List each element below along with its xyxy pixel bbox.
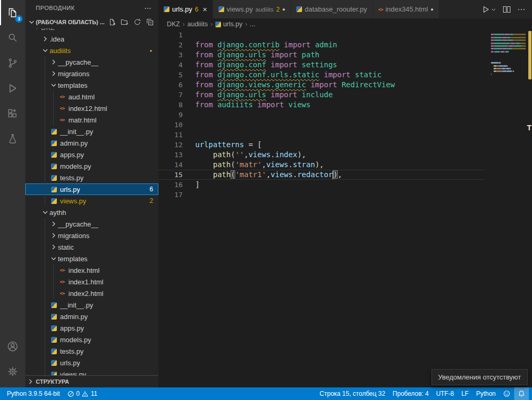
tree-item-audiiits[interactable]: audiiits●	[25, 45, 158, 56]
minimap-segment	[494, 34, 504, 35]
code-line-10[interactable]: 10	[158, 120, 485, 130]
code-line-3[interactable]: 3from django.urls import path	[158, 50, 485, 60]
code-line-6[interactable]: 6from django.views.generic import Redire…	[158, 80, 485, 90]
language-mode-item[interactable]: Python	[473, 387, 499, 400]
tree-item-models-py[interactable]: models.py	[25, 334, 158, 345]
code-editor[interactable]: 12from django.contrib import admin3from …	[158, 30, 532, 387]
code-line-13[interactable]: 13 path('',views.index),	[158, 150, 485, 160]
tree-item-static[interactable]: static	[25, 241, 158, 253]
cursor-position-item[interactable]: Строка 15, столбец 32	[316, 387, 389, 400]
encoding-item[interactable]: UTF-8	[433, 387, 458, 400]
tab-views-py[interactable]: views.pyaudiiits2●	[213, 0, 291, 18]
breadcrumb-item--[interactable]: ...	[250, 20, 255, 28]
indent-guide	[45, 322, 45, 334]
tree-item-index-html[interactable]: <>index.html	[25, 264, 158, 276]
workspace-section-header[interactable]: (РАБОЧАЯ ОБЛАСТЬ) ...	[25, 16, 158, 28]
breadcrumb-item-dkz[interactable]: DKZ	[167, 20, 180, 28]
breadcrumb-item-urls-py[interactable]: urls.py	[215, 20, 243, 28]
tree-item-aud-html[interactable]: <>aud.html	[25, 91, 158, 102]
tree-item-urls-py[interactable]: urls.py	[25, 357, 158, 368]
modified-dot-icon[interactable]: ●	[430, 7, 433, 12]
explorer-sidebar: ПРОВОДНИК ⋯ (РАБОЧАЯ ОБЛАСТЬ) ... DKZ.id…	[25, 0, 158, 387]
tree-item-migrations[interactable]: migrations	[25, 68, 158, 79]
code-line-15[interactable]: 15 path('matr1',views.redactor),	[158, 170, 485, 180]
settings-icon[interactable]	[0, 359, 25, 384]
testing-icon[interactable]	[0, 126, 25, 151]
explorer-icon[interactable]: 3	[0, 0, 25, 25]
indentation-item[interactable]: Пробелов: 4	[389, 387, 433, 400]
run-and-debug-icon[interactable]	[0, 76, 25, 101]
breadcrumb-separator: ›	[183, 20, 185, 28]
code-line-16[interactable]: 16]	[158, 180, 485, 190]
extensions-icon[interactable]	[0, 101, 25, 126]
code-line-9[interactable]: 9	[158, 110, 485, 120]
tree-item--init-py[interactable]: __init__.py	[25, 299, 158, 311]
code-line-17[interactable]: 17	[158, 190, 485, 200]
tree-item-index1-html[interactable]: <>index1.html	[25, 276, 158, 288]
outline-section-header[interactable]: СТРУКТУРА	[25, 375, 158, 387]
new-file-icon[interactable]	[108, 18, 116, 26]
new-folder-icon[interactable]	[121, 18, 129, 26]
run-python-file-button[interactable]	[481, 5, 496, 14]
tree-item-apps-py[interactable]: apps.py	[25, 149, 158, 160]
minimap-segment	[514, 45, 522, 47]
tree-item--pycache-[interactable]: __pycache__	[25, 218, 158, 230]
tree-item-aythh[interactable]: aythh	[25, 207, 158, 218]
feedback-icon[interactable]	[499, 387, 514, 400]
code-line-5[interactable]: 5from django.conf.urls.static import sta…	[158, 70, 485, 80]
code-line-4[interactable]: 4from django.conf import settings	[158, 60, 485, 70]
code-token: settings	[302, 60, 337, 69]
refresh-icon[interactable]	[133, 18, 142, 26]
sidebar-more-actions-icon[interactable]: ⋯	[144, 4, 152, 12]
tab-urls-py[interactable]: urls.py6×	[158, 0, 213, 18]
tree-item-tests-py[interactable]: tests.py	[25, 172, 158, 183]
code-line-14[interactable]: 14 path('matr',views.stran),	[158, 160, 485, 170]
accounts-icon[interactable]	[0, 334, 25, 359]
source-control-icon[interactable]	[0, 50, 25, 76]
code-line-7[interactable]: 7from django.urls import include	[158, 90, 485, 100]
collapse-all-icon[interactable]	[146, 18, 154, 26]
indent-guide	[45, 357, 45, 368]
search-icon[interactable]	[0, 25, 25, 50]
code-line-12[interactable]: 12urlpatterns = [	[158, 140, 485, 150]
tree-item-label: index2.html	[68, 290, 103, 298]
tree-item--pycache-[interactable]: __pycache__	[25, 56, 158, 68]
tree-item-templates[interactable]: templates	[25, 79, 158, 91]
tree-item-migrations[interactable]: migrations	[25, 230, 158, 241]
code-line-2[interactable]: 2from django.contrib import admin	[158, 40, 485, 50]
tree-item-dkz[interactable]: DKZ	[25, 28, 158, 33]
eol-item[interactable]: LF	[458, 387, 473, 400]
tree-item-index2-html[interactable]: <>index2.html	[25, 288, 158, 299]
code-line-8[interactable]: 8from audiiits import views	[158, 100, 485, 110]
tab-database-roouter-py[interactable]: database_roouter.py	[291, 0, 373, 18]
code-token: RedirectView	[342, 80, 395, 89]
modified-dot-icon[interactable]: ●	[283, 7, 285, 12]
minimap[interactable]	[491, 31, 526, 79]
more-actions-icon[interactable]: ⋯	[517, 5, 526, 14]
tab-index345-html[interactable]: <>index345.html●	[373, 0, 439, 18]
tree-item-models-py[interactable]: models.py	[25, 160, 158, 172]
tree-item--init-py[interactable]: __init__.py	[25, 126, 158, 137]
close-icon[interactable]: ×	[203, 5, 207, 13]
problems-item[interactable]: 0 11	[64, 387, 101, 400]
tree-item--idea[interactable]: .idea	[25, 33, 158, 45]
code-line-1[interactable]: 1	[158, 30, 485, 40]
tree-item-templates[interactable]: templates	[25, 253, 158, 264]
python-file-icon	[164, 6, 169, 12]
notifications-bell-icon[interactable]	[514, 387, 529, 400]
tree-item-matr-html[interactable]: <>matr.html	[25, 114, 158, 126]
tree-item-admin-py[interactable]: admin.py	[25, 311, 158, 322]
breadcrumb-item-audiiits[interactable]: audiiits	[187, 20, 208, 28]
indent-guide	[45, 195, 45, 207]
tree-item-apps-py[interactable]: apps.py	[25, 322, 158, 334]
code-line-11[interactable]: 11	[158, 130, 485, 140]
split-editor-button[interactable]	[503, 5, 511, 14]
tree-item-label: .idea	[49, 35, 64, 43]
tree-item-urls-py[interactable]: urls.py6	[25, 183, 158, 195]
tree-item-tests-py[interactable]: tests.py	[25, 345, 158, 357]
tree-item-views-py[interactable]: views.py2	[25, 195, 158, 207]
python-interpreter-item[interactable]: Python 3.9.5 64-bit	[3, 387, 64, 400]
tree-item-index12-html[interactable]: <>index12.html	[25, 102, 158, 114]
tree-item-admin-py[interactable]: admin.py	[25, 137, 158, 149]
overview-ruler[interactable]: T	[527, 30, 532, 387]
